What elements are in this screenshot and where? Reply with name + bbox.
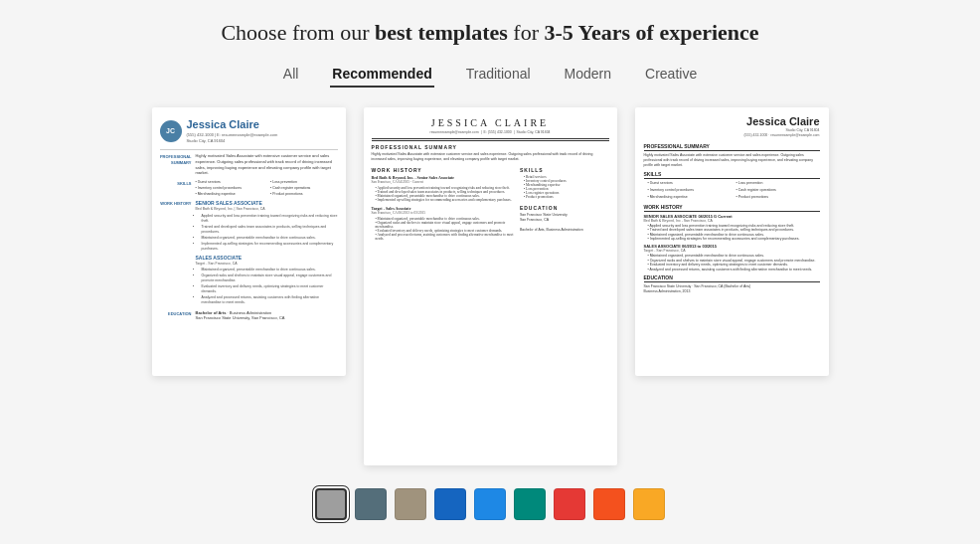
tab-all[interactable]: All <box>281 62 301 88</box>
title-bold1: best templates <box>375 20 508 45</box>
r2-work-label: WORK HISTORY <box>372 167 514 173</box>
resume1-contact2: Studio City, CA 91604 <box>187 138 278 144</box>
section-summary: Highly motivated Sales Associate with ex… <box>196 153 338 175</box>
resume2-contact: resumeexample@example.com | E: (555) 432… <box>372 130 609 134</box>
r2-job1-b4: Implemented up-selling strategies for re… <box>372 198 514 202</box>
swatch-red[interactable] <box>554 488 585 520</box>
section-label-education: EDUCATION <box>160 310 192 321</box>
section-education: Bachelor of Arts · Business Administrati… <box>196 310 338 321</box>
r2-job1-meta: San Francisco, CA 04/2015 - Current <box>372 180 514 184</box>
swatch-teal[interactable] <box>514 488 546 520</box>
section-label-skills: SKILLS <box>160 180 192 197</box>
swatch-yellow[interactable] <box>633 488 665 520</box>
title-normal: Choose from our <box>221 20 375 45</box>
page-wrapper: Choose from our best templates for 3-5 Y… <box>0 0 980 544</box>
resume-preview-2[interactable]: JESSICA CLAIRE resumeexample@example.com… <box>364 107 617 465</box>
r2-job1-b2: Trained and developed sales team associa… <box>372 190 514 194</box>
tab-traditional[interactable]: Traditional <box>464 62 533 88</box>
resume2-name: JESSICA CLAIRE <box>372 117 609 128</box>
section-label-work: WORK HISTORY <box>160 200 192 305</box>
tabs-nav: All Recommended Traditional Modern Creat… <box>281 62 699 88</box>
swatch-gray[interactable] <box>315 488 347 520</box>
tab-recommended[interactable]: Recommended <box>330 62 433 88</box>
r3-skills-label: SKILLS <box>644 171 820 179</box>
r3-work-label: WORK HISTORY <box>644 204 820 212</box>
tab-creative[interactable]: Creative <box>643 62 699 88</box>
swatch-blue[interactable] <box>474 488 506 520</box>
resume3-contact: Studio City, CA 91604(555) 432-1000 · re… <box>644 128 820 139</box>
r2-job2-meta: San Francisco, CA 06/2013 to 03/2015 <box>372 211 514 215</box>
swatch-navy[interactable] <box>434 488 466 520</box>
r3-summary-label: PROFESSIONAL SUMMARY <box>644 143 820 151</box>
template-card-3[interactable]: Jessica Claire Studio City, CA 91604(555… <box>635 107 829 376</box>
section-work: SENIOR SALES ASSOCIATE Bed Bath & Beyond… <box>196 200 338 305</box>
r3-job1-meta: Bed Bath & Beyond, Inc - San Francisco, … <box>644 219 820 223</box>
title-middle: for <box>508 20 545 45</box>
title-bold2: 3-5 Years of experience <box>545 20 759 45</box>
resume-preview-3[interactable]: Jessica Claire Studio City, CA 91604(555… <box>635 107 829 376</box>
r2-education-label: EDUCATION <box>520 205 609 211</box>
page-title: Choose from our best templates for 3-5 Y… <box>221 20 758 46</box>
section-skills: Guest services Loss prevention Inventory… <box>196 180 338 197</box>
avatar-1: JC <box>160 120 182 142</box>
template-card-2[interactable]: JESSICA CLAIRE resumeexample@example.com… <box>364 107 617 465</box>
r2-skills-label: SKILLS <box>520 167 609 173</box>
r3-education-label: EDUCATION <box>644 274 820 282</box>
swatch-orange[interactable] <box>593 488 625 520</box>
resume1-name: Jessica Claire <box>187 117 278 132</box>
tab-modern[interactable]: Modern <box>563 62 613 88</box>
template-card-1[interactable]: JC Jessica Claire (555) 432-1000 | E: re… <box>152 107 346 376</box>
r3-education: San Francisco State University · San Fra… <box>644 284 820 295</box>
swatch-tan[interactable] <box>395 488 426 520</box>
r2-summary: Highly motivated Sales Associate with ex… <box>372 152 609 163</box>
resume-preview-1[interactable]: JC Jessica Claire (555) 432-1000 | E: re… <box>152 107 346 376</box>
color-swatches <box>315 488 665 520</box>
r3-summary: Highly motivated Sales Associate with ex… <box>644 153 820 169</box>
r3-job2-meta: Target - San Francisco, CA <box>644 249 820 253</box>
templates-row: JC Jessica Claire (555) 432-1000 | E: re… <box>132 107 849 465</box>
resume3-name: Jessica Claire <box>644 115 820 127</box>
section-label-summary: PROFESSIONAL SUMMARY <box>160 153 192 175</box>
r2-education: San Francisco State UniversitySan Franci… <box>520 213 609 234</box>
r2-job1-b1: Applied security and loss prevention tra… <box>372 186 514 190</box>
r3-skills: Guest services Loss prevention Inventory… <box>644 181 820 200</box>
swatch-dark-gray[interactable] <box>355 488 387 520</box>
r2-section-summary-label: PROFESSIONAL SUMMARY <box>372 144 609 150</box>
